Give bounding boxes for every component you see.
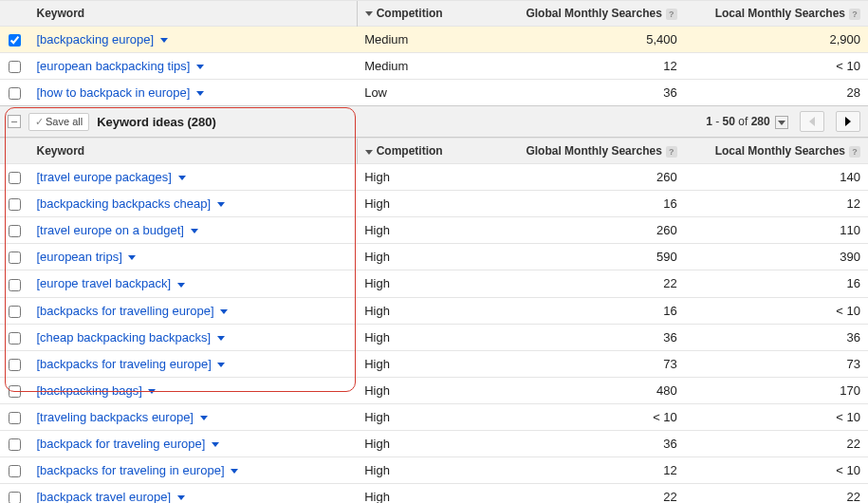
header-checkbox (0, 139, 29, 164)
global-searches-cell: 5,400 (491, 27, 684, 53)
page-size-dropdown[interactable] (775, 116, 788, 129)
row-checkbox[interactable] (9, 412, 21, 424)
dropdown-icon[interactable] (160, 38, 168, 43)
row-checkbox[interactable] (9, 492, 21, 503)
keyword-link[interactable]: [cheap backpacking backpacks] (37, 330, 212, 345)
help-icon[interactable]: ? (666, 9, 677, 20)
chevron-right-icon (845, 117, 851, 126)
help-icon[interactable]: ? (849, 146, 860, 158)
collapse-icon[interactable]: – (8, 115, 21, 128)
keyword-link[interactable]: [backpacks for traveling europe] (37, 357, 212, 371)
local-searches-cell: < 10 (685, 456, 868, 483)
global-searches-cell: 12 (491, 456, 684, 483)
dropdown-icon[interactable] (177, 495, 185, 500)
local-searches-cell: 390 (685, 244, 868, 270)
global-searches-cell: 16 (491, 297, 684, 324)
global-searches-cell: 12 (491, 53, 684, 80)
row-checkbox[interactable] (9, 87, 21, 100)
table-row: [how to backpack in europe] Low3628 (0, 80, 868, 106)
table-row: [travel europe on a budget] High260110 (0, 217, 868, 244)
keyword-link[interactable]: [backpacks for travelling europe] (37, 304, 214, 318)
global-searches-cell: 36 (491, 80, 684, 106)
competition-cell: High (357, 324, 491, 350)
dropdown-icon[interactable] (178, 176, 186, 180)
local-searches-cell: 36 (685, 324, 868, 350)
keyword-link[interactable]: [backpacking bags] (37, 383, 142, 398)
keyword-link[interactable]: [travel europe packages] (37, 170, 172, 184)
top-keywords-table: Keyword Competition Global Monthly Searc… (0, 0, 868, 105)
competition-cell: High (357, 217, 491, 244)
dropdown-icon[interactable] (217, 202, 225, 207)
dropdown-icon[interactable] (217, 336, 225, 341)
dropdown-icon[interactable] (148, 389, 156, 394)
header-keyword[interactable]: Keyword (29, 1, 358, 27)
keyword-link[interactable]: [traveling backpacks europe] (37, 410, 194, 424)
pagination-info: 1 - 50 of 280 (706, 115, 788, 129)
global-searches-cell: 22 (491, 270, 684, 297)
table-row: [backpacks for traveling europe] High737… (0, 350, 868, 377)
check-icon: ✓ (35, 116, 44, 127)
global-searches-cell: 73 (491, 350, 684, 377)
row-checkbox[interactable] (9, 465, 21, 477)
row-checkbox[interactable] (9, 225, 21, 237)
global-searches-cell: 22 (491, 483, 684, 503)
dropdown-icon[interactable] (177, 283, 185, 288)
row-checkbox[interactable] (9, 332, 21, 345)
local-searches-cell: 28 (685, 80, 868, 106)
row-checkbox[interactable] (9, 34, 21, 47)
row-checkbox[interactable] (9, 438, 21, 451)
keyword-link[interactable]: [backpack travel europe] (37, 490, 172, 503)
row-checkbox[interactable] (9, 198, 21, 211)
section-title: Keyword ideas (280) (97, 115, 216, 129)
local-searches-cell: 22 (685, 483, 868, 503)
help-icon[interactable]: ? (849, 9, 860, 20)
dropdown-icon[interactable] (212, 442, 219, 447)
keyword-link[interactable]: [european backpacking tips] (37, 59, 191, 73)
table-row: [backpacks for traveling in europe] High… (0, 456, 868, 483)
header-competition[interactable]: Competition (357, 1, 491, 27)
table-row: [backpacking bags] High480170 (0, 377, 868, 403)
global-searches-cell: 590 (491, 244, 684, 270)
dropdown-icon[interactable] (196, 91, 204, 96)
dropdown-icon[interactable] (191, 229, 198, 233)
header-competition[interactable]: Competition (357, 139, 491, 164)
header-local[interactable]: Local Monthly Searches? (685, 139, 868, 164)
row-checkbox[interactable] (9, 252, 21, 264)
prev-page-button[interactable] (800, 111, 824, 132)
row-checkbox[interactable] (9, 359, 21, 371)
table-row: [traveling backpacks europe] High< 10< 1… (0, 403, 868, 430)
competition-cell: High (357, 430, 491, 456)
dropdown-icon[interactable] (196, 65, 204, 69)
dropdown-icon[interactable] (231, 469, 238, 474)
keyword-link[interactable]: [how to backpack in europe] (37, 85, 191, 100)
row-checkbox[interactable] (9, 385, 21, 398)
row-checkbox[interactable] (9, 172, 21, 184)
keyword-link[interactable]: [backpacking europe] (37, 32, 155, 47)
dropdown-icon[interactable] (128, 255, 136, 260)
keyword-link[interactable]: [backpacks for traveling in europe] (37, 463, 225, 477)
keyword-link[interactable]: [backpacking backpacks cheap] (37, 196, 212, 211)
save-all-button[interactable]: ✓Save all (28, 113, 89, 131)
sort-down-icon (365, 150, 373, 155)
next-page-button[interactable] (836, 111, 860, 132)
help-icon[interactable]: ? (666, 146, 677, 158)
dropdown-icon[interactable] (220, 309, 228, 314)
keyword-link[interactable]: [travel europe on a budget] (37, 223, 184, 237)
row-checkbox[interactable] (9, 306, 21, 318)
local-searches-cell: 16 (685, 270, 868, 297)
global-searches-cell: 36 (491, 430, 684, 456)
header-global[interactable]: Global Monthly Searches? (491, 1, 684, 27)
dropdown-icon[interactable] (217, 363, 225, 367)
keyword-link[interactable]: [european trips] (37, 250, 122, 264)
global-searches-cell: 260 (491, 164, 684, 191)
competition-cell: High (357, 191, 491, 217)
keyword-link[interactable]: [europe travel backpack] (37, 276, 172, 290)
row-checkbox[interactable] (9, 61, 21, 73)
header-global[interactable]: Global Monthly Searches? (491, 139, 684, 164)
local-searches-cell: 140 (685, 164, 868, 191)
header-local[interactable]: Local Monthly Searches? (685, 1, 868, 27)
row-checkbox[interactable] (9, 279, 21, 291)
header-keyword[interactable]: Keyword (29, 139, 358, 164)
dropdown-icon[interactable] (200, 416, 208, 420)
keyword-link[interactable]: [backpack for traveling europe] (37, 437, 206, 451)
